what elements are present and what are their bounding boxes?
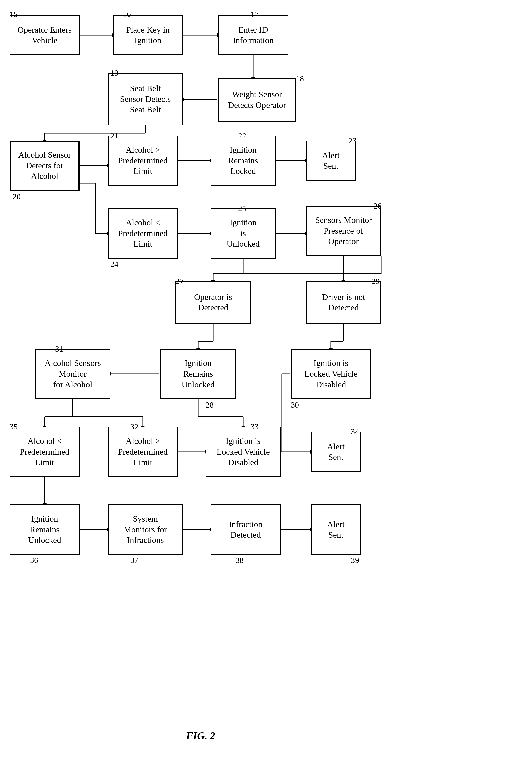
node-33: Ignition isLocked VehicleDisabled — [206, 427, 281, 477]
label-20: 20 — [13, 192, 20, 201]
node-37: SystemMonitors forInfractions — [108, 504, 183, 555]
label-37: 37 — [130, 556, 138, 565]
node-23: AlertSent — [306, 140, 356, 181]
label-34: 34 — [351, 427, 359, 437]
node-18: Weight SensorDetects Operator — [218, 78, 296, 122]
node-35: Alcohol <PredeterminedLimit — [10, 427, 80, 477]
figure-caption: FIG. 2 — [0, 730, 401, 742]
node-36: IgnitionRemainsUnlocked — [10, 504, 80, 555]
label-24: 24 — [110, 259, 118, 269]
node-20: Alcohol SensorDetects forAlcohol — [10, 140, 80, 191]
label-15: 15 — [10, 10, 17, 19]
label-17: 17 — [251, 10, 259, 19]
node-19: Seat BeltSensor DetectsSeat Belt — [108, 73, 183, 126]
node-27: Operator isDetected — [176, 281, 251, 324]
label-29: 29 — [372, 277, 379, 286]
node-24: Alcohol <PredeterminedLimit — [108, 208, 178, 258]
label-36: 36 — [30, 556, 38, 565]
label-22: 22 — [238, 131, 246, 140]
label-33: 33 — [251, 422, 259, 432]
node-34: AlertSent — [311, 432, 361, 472]
label-25: 25 — [238, 204, 246, 213]
node-22: IgnitionRemainsLocked — [210, 136, 276, 186]
label-16: 16 — [123, 10, 131, 19]
node-38: InfractionDetected — [210, 504, 281, 555]
node-26: Sensors MonitorPresence ofOperator — [306, 206, 381, 256]
label-35: 35 — [10, 422, 17, 432]
node-31: Alcohol SensorsMonitorfor Alcohol — [35, 349, 110, 399]
label-28: 28 — [206, 400, 213, 409]
label-26: 26 — [374, 201, 381, 211]
label-38: 38 — [236, 556, 244, 565]
label-21: 21 — [110, 131, 118, 140]
label-23: 23 — [349, 136, 356, 145]
node-39: AlertSent — [311, 504, 361, 555]
node-30: Ignition isLocked VehicleDisabled — [291, 349, 371, 399]
node-15: Operator Enters Vehicle — [10, 15, 80, 55]
node-28: IgnitionRemainsUnlocked — [160, 349, 236, 399]
label-18: 18 — [296, 74, 304, 83]
label-19: 19 — [110, 68, 118, 77]
node-32: Alcohol >PredeterminedLimit — [108, 427, 178, 477]
flowchart-diagram: Operator Enters Vehicle 15 Place Key inI… — [0, 0, 532, 757]
node-21: Alcohol >PredeterminedLimit — [108, 136, 178, 186]
label-31: 31 — [55, 344, 63, 354]
node-17: Enter IDInformation — [218, 15, 288, 55]
label-30: 30 — [291, 400, 299, 409]
label-27: 27 — [176, 277, 183, 286]
node-25: IgnitionisUnlocked — [210, 208, 276, 258]
node-16: Place Key inIgnition — [113, 15, 183, 55]
label-39: 39 — [351, 556, 359, 565]
label-32: 32 — [130, 422, 138, 432]
node-29: Driver is notDetected — [306, 281, 381, 324]
